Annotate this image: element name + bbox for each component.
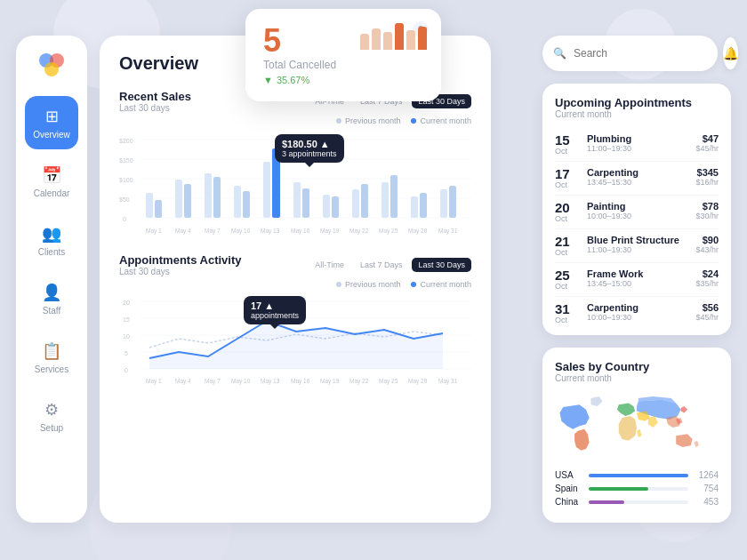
activity-legend-prev: Previous month (336, 280, 401, 289)
notification-button[interactable]: 🔔 (723, 37, 738, 69)
appt-day: 20 (555, 201, 580, 214)
search-row: 🔍 🔔 (542, 36, 731, 71)
appt-month: Oct (555, 147, 580, 156)
sidebar-item-overview[interactable]: ⊞ Overview (25, 96, 78, 149)
country-bar-fill (589, 487, 648, 491)
appt-date: 17 Oct (555, 167, 580, 189)
svg-rect-15 (175, 180, 182, 218)
svg-rect-16 (184, 184, 191, 218)
appt-month: Oct (555, 214, 580, 223)
sidebar-label-setup: Setup (40, 423, 63, 433)
appt-month: Oct (555, 248, 580, 257)
mini-bar-2 (372, 28, 381, 50)
appt-info: Frame Work 13:45–15:00 (587, 268, 688, 288)
svg-rect-31 (411, 196, 418, 218)
svg-rect-18 (213, 177, 221, 218)
svg-rect-25 (323, 195, 330, 218)
appointment-item: 17 Oct Carpenting 13:45–15:30 $345 $16/h… (555, 162, 719, 196)
appt-name: Carpenting (587, 167, 688, 178)
mini-bar-6 (418, 27, 427, 50)
country-value: 1264 (694, 470, 719, 480)
activity-title: Appointments Activity (119, 253, 241, 267)
appointments-card: Upcoming Appointments Current month 15 O… (542, 84, 731, 335)
svg-point-2 (44, 62, 59, 76)
svg-text:May 22: May 22 (349, 378, 369, 385)
appt-price: $47 $45/hr (695, 133, 719, 153)
cancelled-card: ? 5 Total Cancelled ▼ 35.67% (245, 9, 441, 101)
appt-rate: $45/hr (695, 144, 719, 153)
sidebar-label-services: Services (35, 364, 68, 374)
activity-curr-label: Current month (420, 280, 471, 289)
appt-rate: $16/hr (695, 178, 719, 187)
line-chart-svg: 20 15 10 5 0 May 1 May 4 May 7 May 10 Ma… (119, 294, 471, 392)
appt-amount: $56 (695, 302, 719, 313)
sidebar-label-clients: Clients (38, 247, 66, 257)
world-map (555, 392, 719, 463)
svg-text:May 10: May 10 (231, 378, 251, 385)
sidebar: ⊞ Overview 📅 Calendar 👥 Clients 👤 Staff … (16, 36, 87, 523)
appointment-item: 20 Oct Painting 10:00–19:30 $78 $30/hr (555, 196, 719, 229)
appt-time: 13:45–15:30 (587, 178, 688, 187)
svg-rect-23 (293, 182, 301, 218)
svg-text:May 1: May 1 (146, 378, 162, 385)
svg-rect-20 (243, 191, 250, 218)
svg-text:May 13: May 13 (261, 378, 280, 385)
appt-time: 10:00–19:30 (587, 313, 688, 322)
tab-activity-30[interactable]: Last 30 Days (412, 258, 471, 272)
country-value: 754 (694, 484, 719, 493)
mini-bar-1 (360, 34, 369, 50)
appt-amount: $78 (695, 201, 719, 212)
cancelled-label: Total Cancelled (263, 59, 423, 71)
pct-arrow: ▼ (263, 75, 273, 85)
appt-month: Oct (555, 282, 580, 291)
sidebar-item-calendar[interactable]: 📅 Calendar (25, 155, 78, 208)
recent-sales-subtitle: Last 30 days (119, 103, 191, 113)
svg-rect-17 (205, 173, 212, 218)
svg-rect-27 (352, 189, 359, 218)
appt-amount: $345 (695, 167, 719, 178)
tab-activity-7[interactable]: Last 7 Days (354, 258, 409, 272)
svg-text:20: 20 (123, 300, 130, 306)
appt-day: 17 (555, 167, 580, 180)
sidebar-item-services[interactable]: 📋 Services (25, 331, 78, 384)
svg-text:May 4: May 4 (175, 378, 191, 385)
svg-text:May 10: May 10 (231, 228, 251, 235)
appointments-subtitle: Current month (555, 109, 719, 119)
app-logo (36, 50, 68, 82)
appt-time: 11:00–19:30 (587, 144, 688, 153)
country-bar-track (589, 487, 688, 491)
search-input[interactable] (574, 47, 707, 60)
appt-amount: $47 (695, 133, 719, 144)
appt-info: Plumbing 11:00–19:30 (587, 133, 688, 153)
appt-amount: $24 (695, 268, 719, 279)
svg-text:May 31: May 31 (438, 228, 458, 235)
appt-time: 11:00–19:30 (587, 245, 688, 254)
appt-name: Plumbing (587, 133, 688, 144)
activity-legend-curr: Current month (411, 280, 471, 289)
appt-info: Blue Print Structure 11:00–19:30 (587, 235, 688, 254)
svg-text:10: 10 (123, 333, 130, 340)
appt-date: 31 Oct (555, 302, 580, 324)
svg-text:May 28: May 28 (408, 378, 428, 385)
svg-text:May 22: May 22 (349, 228, 369, 235)
country-card: Sales by Country Current month (542, 348, 731, 523)
appt-date: 21 Oct (555, 235, 580, 257)
svg-text:0: 0 (123, 216, 126, 222)
country-subtitle: Current month (555, 373, 719, 383)
svg-text:May 7: May 7 (205, 228, 221, 235)
svg-rect-24 (302, 188, 309, 218)
cancelled-pct: ▼ 35.67% (263, 75, 423, 85)
setup-icon: ⚙ (44, 400, 59, 420)
services-icon: 📋 (42, 341, 61, 361)
appointment-item: 25 Oct Frame Work 13:45–15:00 $24 $35/hr (555, 263, 719, 297)
tab-activity-all[interactable]: All-Time (309, 258, 350, 272)
sidebar-label-calendar: Calendar (34, 188, 70, 198)
svg-rect-28 (361, 184, 368, 218)
mini-bar-5 (406, 30, 415, 50)
sidebar-item-clients[interactable]: 👥 Clients (25, 213, 78, 267)
legend-prev-label: Previous month (345, 116, 401, 125)
appt-price: $345 $16/hr (695, 167, 719, 187)
sidebar-item-staff[interactable]: 👤 Staff (25, 272, 78, 325)
sidebar-item-setup[interactable]: ⚙ Setup (25, 389, 78, 443)
svg-rect-19 (234, 186, 241, 218)
